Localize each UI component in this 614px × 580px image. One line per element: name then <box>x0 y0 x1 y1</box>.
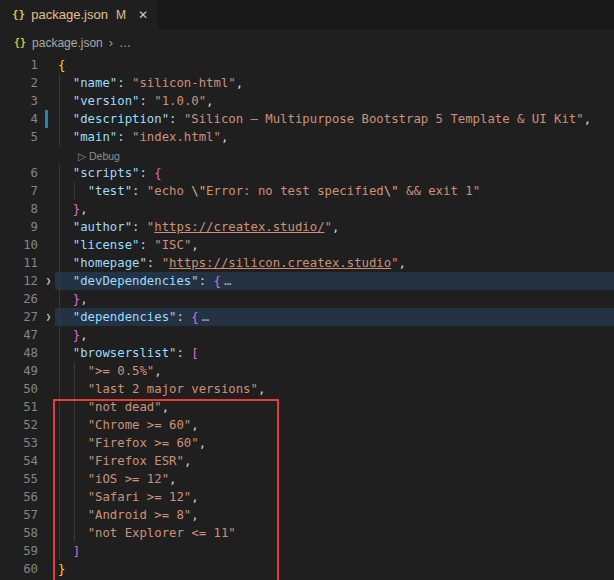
token-str: "echo <box>147 184 191 198</box>
code-line[interactable]: 49 ">= 0.5%", <box>0 362 614 380</box>
code-line[interactable]: 60} <box>0 560 614 578</box>
token-str: "not Explorer <= 11" <box>88 526 236 540</box>
code-line[interactable]: 7 "test": "echo \"Error: no test specifi… <box>0 182 614 200</box>
token-punc: , <box>206 94 213 108</box>
token-punc: : <box>176 346 191 360</box>
token-punc: , <box>199 436 206 450</box>
token-punc <box>58 400 88 414</box>
code-line[interactable]: 51 "not dead", <box>0 398 614 416</box>
token-punc: , <box>169 472 176 486</box>
token-punc: , <box>332 220 339 234</box>
token-punc: , <box>399 256 406 270</box>
code-text: "test": "echo \"Error: no test specified… <box>58 182 480 200</box>
code-line[interactable]: 8 }, <box>0 200 614 218</box>
token-str: " <box>391 256 398 270</box>
token-key: "devDependencies" <box>73 274 199 288</box>
code-line[interactable]: 9 "author": "https://createx.studio/", <box>0 218 614 236</box>
code-line[interactable]: 58 "not Explorer <= 11" <box>0 524 614 542</box>
code-text: "devDependencies": {… <box>58 272 231 290</box>
line-number: 8 <box>0 200 38 218</box>
code-line[interactable]: 52 "Chrome >= 60", <box>0 416 614 434</box>
token-b2: [ <box>191 346 198 360</box>
breadcrumb-file[interactable]: package.json <box>32 36 103 50</box>
token-str: Error: no test specified <box>206 184 384 198</box>
token-key: "test" <box>88 184 132 198</box>
code-text: "Firefox ESR", <box>58 452 191 470</box>
code-text: "homepage": "https://silicon.createx.stu… <box>58 254 406 272</box>
breadcrumb-ellipsis[interactable]: … <box>119 36 131 50</box>
token-str: "Safari >= 12" <box>88 490 192 504</box>
code-line[interactable]: 53 "Firefox >= 60", <box>0 434 614 452</box>
codelens-row[interactable]: ▷ Debug <box>0 146 614 164</box>
code-text: "license": "ISC", <box>58 236 199 254</box>
token-str: "Firefox >= 60" <box>88 436 199 450</box>
code-text: } <box>58 560 65 578</box>
code-text: "browserslist": [ <box>58 344 199 362</box>
code-line[interactable]: 55 "iOS >= 12", <box>0 470 614 488</box>
code-line[interactable]: 12❯ "devDependencies": {… <box>0 272 614 290</box>
token-punc <box>58 454 88 468</box>
line-number: 10 <box>0 236 38 254</box>
line-number: 53 <box>0 434 38 452</box>
code-line[interactable]: 27❯ "dependencies": {… <box>0 308 614 326</box>
code-text: { <box>58 56 65 74</box>
code-line[interactable]: 59 ] <box>0 542 614 560</box>
code-text: "Safari >= 12", <box>58 488 199 506</box>
fold-chevron-icon[interactable]: ❯ <box>41 308 56 326</box>
code-text: "last 2 major versions", <box>58 380 265 398</box>
code-line[interactable]: 56 "Safari >= 12", <box>0 488 614 506</box>
code-line[interactable]: 5 "main": "index.html", <box>0 128 614 146</box>
code-line[interactable]: 54 "Firefox ESR", <box>0 452 614 470</box>
token-punc: : <box>117 130 132 144</box>
token-punc: , <box>154 364 161 378</box>
code-line[interactable]: 50 "last 2 major versions", <box>0 380 614 398</box>
code-line[interactable]: 47 }, <box>0 326 614 344</box>
tab-package-json[interactable]: {} package.json M ✕ <box>0 0 158 29</box>
line-number: 26 <box>0 290 38 308</box>
line-number: 27 <box>0 308 38 326</box>
json-file-icon: {} <box>14 37 26 48</box>
token-punc <box>58 76 73 90</box>
code-line[interactable]: 2 "name": "silicon-html", <box>0 74 614 92</box>
token-b2: { <box>191 310 198 324</box>
line-number: 11 <box>0 254 38 272</box>
token-punc: , <box>80 202 87 216</box>
token-punc <box>58 544 73 558</box>
code-text: "Android >= 8", <box>58 506 199 524</box>
token-punc <box>58 436 88 450</box>
line-number: 12 <box>0 272 38 290</box>
token-punc: , <box>162 400 169 414</box>
token-punc <box>58 274 73 288</box>
token-str: "iOS >= 12" <box>88 472 169 486</box>
token-punc <box>58 112 73 126</box>
code-line[interactable]: 48 "browserslist": [ <box>0 344 614 362</box>
token-punc: , <box>184 454 191 468</box>
line-number: 50 <box>0 380 38 398</box>
code-line[interactable]: 10 "license": "ISC", <box>0 236 614 254</box>
token-punc <box>58 490 88 504</box>
token-str: "Silicon – Multipurpose Bootstrap 5 Temp… <box>184 112 584 126</box>
token-punc: : <box>117 76 132 90</box>
code-line[interactable]: 1{ <box>0 56 614 74</box>
code-line[interactable]: 6 "scripts": { <box>0 164 614 182</box>
code-line[interactable]: 26 }, <box>0 290 614 308</box>
code-text: "description": "Silicon – Multipurpose B… <box>58 110 591 128</box>
token-key: "author" <box>73 220 132 234</box>
token-b1: { <box>58 58 65 72</box>
code-line[interactable]: 3 "version": "1.0.0", <box>0 92 614 110</box>
close-icon[interactable]: ✕ <box>138 8 148 22</box>
token-punc <box>58 166 73 180</box>
code-lines: 1{2 "name": "silicon-html",3 "version": … <box>0 56 614 578</box>
token-punc: : <box>147 256 162 270</box>
token-punc: : <box>139 238 154 252</box>
token-str: && exit 1" <box>399 184 480 198</box>
token-punc <box>58 310 73 324</box>
token-punc: : <box>139 166 154 180</box>
code-line[interactable]: 57 "Android >= 8", <box>0 506 614 524</box>
code-line[interactable]: 11 "homepage": "https://silicon.createx.… <box>0 254 614 272</box>
breadcrumb: {} package.json › … <box>0 29 614 56</box>
code-line[interactable]: 4 "description": "Silicon – Multipurpose… <box>0 110 614 128</box>
token-punc: , <box>191 418 198 432</box>
codelens-debug[interactable]: ▷ Debug <box>78 147 120 165</box>
fold-chevron-icon[interactable]: ❯ <box>41 272 56 290</box>
